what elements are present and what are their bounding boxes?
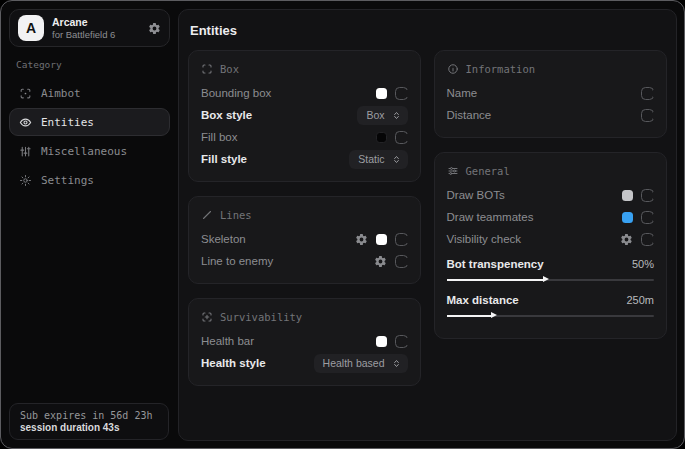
bot-transparency-slider[interactable] <box>447 275 655 284</box>
setting-row-fill-style: Fill style Static <box>201 148 408 170</box>
slider-value: 250m <box>626 294 654 306</box>
setting-label: Line to enemy <box>201 255 374 267</box>
max-distance-setting: Max distance 250m <box>447 291 655 320</box>
checkbox[interactable] <box>395 131 408 144</box>
unfold-icon <box>392 111 401 120</box>
color-swatch[interactable] <box>376 132 387 143</box>
setting-row-name: Name <box>447 82 655 104</box>
sidebar-item-label: Entities <box>41 116 94 129</box>
checkbox[interactable] <box>395 233 408 246</box>
unfold-icon <box>392 359 401 368</box>
page-title: Entities <box>190 23 667 38</box>
checkbox[interactable] <box>395 335 408 348</box>
slider-label: Max distance <box>447 294 627 306</box>
setting-label: Visibility check <box>447 233 621 245</box>
setting-row-visibility-check: Visibility check <box>447 228 655 250</box>
setting-label: Draw BOTs <box>447 189 623 201</box>
sidebar-item-label: Aimbot <box>41 87 81 100</box>
select-value: Static <box>358 153 384 165</box>
general-card: General Draw BOTs Draw teammates <box>434 152 668 339</box>
slider-thumb[interactable] <box>491 312 497 318</box>
setting-label: Box style <box>201 109 357 121</box>
color-swatch[interactable] <box>376 336 387 347</box>
gear-icon[interactable] <box>374 255 387 268</box>
setting-row-line-to-enemy: Line to enemy <box>201 250 408 272</box>
sub-expiry-text: Sub expires in 56d 23h <box>20 410 158 421</box>
slider-value: 50% <box>632 258 654 270</box>
bot-transparency-setting: Bot transpenency 50% <box>447 255 655 284</box>
app-subtitle: for Battlefield 6 <box>52 29 140 41</box>
slider-thumb[interactable] <box>543 276 549 282</box>
sliders-icon <box>19 145 32 158</box>
setting-label: Skeleton <box>201 233 355 245</box>
setting-label: Bounding box <box>201 87 376 99</box>
setting-label: Health style <box>201 357 314 369</box>
slider-label: Bot transpenency <box>447 258 632 270</box>
card-title-label: General <box>466 165 510 177</box>
lines-icon <box>201 209 213 221</box>
max-distance-slider[interactable] <box>447 311 655 320</box>
information-card: Information Name Distance <box>434 50 668 138</box>
checkbox[interactable] <box>395 255 408 268</box>
setting-row-draw-bots: Draw BOTs <box>447 184 655 206</box>
setting-row-distance: Distance <box>447 104 655 126</box>
gear-icon[interactable] <box>620 233 633 246</box>
app-name: Arcane <box>52 16 140 29</box>
card-title-label: Survivability <box>220 311 302 323</box>
checkbox[interactable] <box>641 233 654 246</box>
setting-label: Draw teammates <box>447 211 623 223</box>
setting-row-bounding-box: Bounding box <box>201 82 408 104</box>
information-icon <box>447 63 459 75</box>
app-title-block: Arcane for Battlefield 6 <box>52 16 140 41</box>
gear-icon[interactable] <box>355 233 368 246</box>
general-icon <box>447 165 459 177</box>
header-gear-icon[interactable] <box>148 22 161 35</box>
checkbox[interactable] <box>641 211 654 224</box>
aimbot-crosshair-icon <box>19 87 32 100</box>
setting-label: Distance <box>447 109 642 121</box>
sidebar: A Arcane for Battlefield 6 Category Aimb… <box>1 1 178 448</box>
sidebar-item-aimbot[interactable]: Aimbot <box>9 79 170 107</box>
color-swatch[interactable] <box>622 212 633 223</box>
checkbox[interactable] <box>641 87 654 100</box>
box-card: Box Bounding box Box style Box <box>188 50 421 182</box>
lines-card: Lines Skeleton Line to enemy <box>188 196 421 284</box>
select-value: Health based <box>323 357 385 369</box>
select-value: Box <box>366 109 384 121</box>
color-swatch[interactable] <box>622 190 633 201</box>
checkbox[interactable] <box>395 87 408 100</box>
session-duration-text: session duration 43s <box>20 422 158 433</box>
app-logo: A <box>18 15 44 41</box>
survivability-card: Survivability Health bar Health style He… <box>188 298 421 386</box>
setting-row-draw-teammates: Draw teammates <box>447 206 655 228</box>
setting-row-fill-box: Fill box <box>201 126 408 148</box>
card-title-label: Information <box>466 63 536 75</box>
card-title-label: Lines <box>220 209 252 221</box>
sidebar-item-settings[interactable]: Settings <box>9 166 170 194</box>
setting-label: Fill style <box>201 153 349 165</box>
sidebar-item-label: Miscellaneous <box>41 145 127 158</box>
main-panel: Entities Box Bounding box <box>178 9 677 441</box>
subscription-status-card: Sub expires in 56d 23h session duration … <box>9 403 169 440</box>
box-style-select[interactable]: Box <box>357 106 407 125</box>
box-icon <box>201 63 213 75</box>
category-label: Category <box>16 59 170 70</box>
card-title-label: Box <box>220 63 239 75</box>
color-swatch[interactable] <box>376 234 387 245</box>
unfold-icon <box>392 155 401 164</box>
setting-row-health-bar: Health bar <box>201 330 408 352</box>
survivability-icon <box>201 311 213 323</box>
color-swatch[interactable] <box>376 88 387 99</box>
app-window: A Arcane for Battlefield 6 Category Aimb… <box>0 0 685 449</box>
setting-label: Fill box <box>201 131 376 143</box>
sidebar-item-label: Settings <box>41 174 94 187</box>
setting-row-box-style: Box style Box <box>201 104 408 126</box>
sidebar-item-entities[interactable]: Entities <box>9 108 170 136</box>
entities-eye-icon <box>19 116 32 129</box>
checkbox[interactable] <box>641 189 654 202</box>
setting-row-skeleton: Skeleton <box>201 228 408 250</box>
checkbox[interactable] <box>641 109 654 122</box>
sidebar-item-miscellaneous[interactable]: Miscellaneous <box>9 137 170 165</box>
fill-style-select[interactable]: Static <box>349 150 407 169</box>
health-style-select[interactable]: Health based <box>314 354 408 373</box>
